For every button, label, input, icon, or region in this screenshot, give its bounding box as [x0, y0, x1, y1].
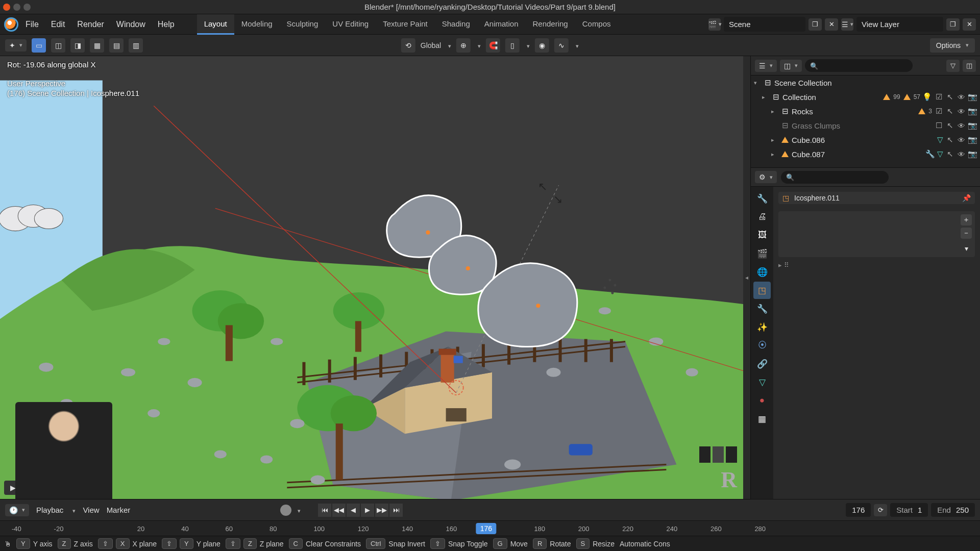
outliner-row-cube086[interactable]: ▸ Cube.086 ▽ ↖👁📷: [751, 133, 980, 147]
menu-help[interactable]: Help: [153, 17, 180, 32]
tab-view-layer[interactable]: 🖼: [753, 227, 771, 244]
tab-animation[interactable]: Animation: [477, 14, 526, 35]
tab-physics[interactable]: ⦿: [753, 337, 771, 354]
jump-to-start-button[interactable]: ⏮: [318, 504, 331, 517]
tab-rendering[interactable]: Rendering: [525, 14, 575, 35]
start-frame-input[interactable]: Start 1: [890, 503, 928, 517]
jump-next-keyframe-button[interactable]: ▶▶: [375, 504, 388, 517]
pivot-point-button[interactable]: ⊕: [456, 38, 471, 53]
restrict-icons[interactable]: ↖👁📷: [945, 135, 977, 144]
play-button[interactable]: ▶: [361, 504, 374, 517]
tab-material[interactable]: ●: [753, 392, 771, 409]
scene-new-button[interactable]: ❐: [808, 18, 822, 31]
expand-custom-prop-button[interactable]: ▾: [961, 243, 972, 254]
outliner-display-mode[interactable]: ☰: [755, 60, 777, 72]
properties-search-input[interactable]: [781, 171, 889, 184]
menu-file[interactable]: File: [20, 17, 44, 32]
proportional-falloff-button[interactable]: ∿: [554, 38, 569, 53]
tool-options-dropdown[interactable]: Options: [930, 38, 975, 53]
view-layer-delete-button[interactable]: ✕: [963, 18, 976, 31]
pivot-chevron-icon[interactable]: [476, 41, 481, 49]
outliner-filter-button[interactable]: ▽: [946, 60, 960, 72]
tab-world[interactable]: 🌐: [753, 263, 771, 281]
outliner-row-grass-clumps[interactable]: ⊟ Grass Clumps ☐↖👁📷: [751, 118, 980, 133]
menu-render[interactable]: Render: [72, 17, 109, 32]
tab-sculpting[interactable]: Sculpting: [280, 14, 326, 35]
remove-custom-prop-button[interactable]: －: [961, 228, 972, 239]
outliner-new-collection-button[interactable]: ◫: [963, 60, 976, 72]
select-box-tool[interactable]: ▭: [32, 38, 46, 53]
marker-menu[interactable]: Marker: [107, 506, 131, 514]
menu-edit[interactable]: Edit: [46, 17, 70, 32]
outliner-search-input[interactable]: [805, 59, 913, 72]
maximize-window-icon[interactable]: [23, 4, 31, 11]
restrict-icons[interactable]: ☑↖👁📷: [934, 107, 977, 116]
restrict-icons[interactable]: ☑↖👁📷: [934, 92, 977, 102]
tab-modeling[interactable]: Modeling: [234, 14, 280, 35]
close-window-icon[interactable]: [3, 4, 10, 11]
select-tool-3[interactable]: ▦: [90, 38, 104, 53]
current-frame-input[interactable]: 176: [846, 503, 871, 517]
snap-chevron-icon[interactable]: [525, 41, 530, 49]
tab-shading[interactable]: Shading: [435, 14, 477, 35]
tab-output[interactable]: 🖨: [753, 208, 771, 226]
view-layer-list-icon[interactable]: ☰: [841, 18, 853, 31]
menu-window[interactable]: Window: [111, 17, 151, 32]
tab-scene[interactable]: 🎬: [753, 245, 771, 262]
tab-layout[interactable]: Layout: [197, 14, 234, 35]
tab-compositing[interactable]: Compos: [575, 14, 618, 35]
viewport[interactable]: Rot: -19.06 along global X User Perspect…: [0, 56, 743, 499]
frame-range-lock-icon[interactable]: ⟳: [874, 504, 887, 516]
scene-delete-button[interactable]: ✕: [825, 18, 838, 31]
tab-texture[interactable]: ▦: [753, 410, 771, 428]
restrict-icons[interactable]: ☐↖👁📷: [934, 121, 977, 130]
object-interaction-mode[interactable]: ✦: [5, 39, 27, 52]
end-frame-input[interactable]: End 250: [931, 503, 975, 517]
tab-particles[interactable]: ✨: [753, 318, 771, 336]
collapse-handle[interactable]: ◂: [743, 56, 750, 499]
tab-uv-editing[interactable]: UV Editing: [325, 14, 376, 35]
tab-data[interactable]: ▽: [753, 373, 771, 391]
orientation-label[interactable]: Global: [421, 41, 441, 49]
tab-texture-paint[interactable]: Texture Paint: [376, 14, 435, 35]
outliner-row-collection[interactable]: ▸ ⊟ Collection 99 57 💡 ☑↖👁📷: [751, 90, 980, 104]
select-tool-2[interactable]: ◨: [70, 38, 85, 53]
panel-disclosure[interactable]: ▸ ⠿: [778, 261, 975, 269]
keying-dropdown[interactable]: [70, 506, 76, 514]
outliner-view-mode[interactable]: ◫: [780, 60, 802, 72]
timeline-ruler[interactable]: -40 -20 20 40 60 80 100 120 140 160 180 …: [0, 520, 980, 536]
timeline-editor-type[interactable]: 🕐: [5, 504, 29, 516]
outliner-row-scene-collection[interactable]: ▾ ⊟ Scene Collection: [751, 76, 980, 90]
restrict-icons[interactable]: ↖👁📷: [945, 149, 977, 159]
select-tool-5[interactable]: ▥: [129, 38, 143, 53]
scene-list-icon[interactable]: 🎬: [708, 18, 721, 31]
auto-keying-toggle[interactable]: [280, 505, 291, 516]
outliner-row-cube087[interactable]: ▸ Cube.087 🔧 ▽ ↖👁📷: [751, 147, 980, 161]
view-menu[interactable]: View: [83, 506, 99, 514]
snap-toggle-button[interactable]: 🧲: [486, 38, 500, 53]
select-tool-1[interactable]: ◫: [51, 38, 65, 53]
play-reverse-button[interactable]: ◀: [347, 504, 360, 517]
tab-modifiers[interactable]: 🔧: [753, 300, 771, 317]
select-tool-4[interactable]: ▤: [109, 38, 124, 53]
scene-name-input[interactable]: [724, 17, 805, 32]
view-layer-new-button[interactable]: ❐: [946, 18, 960, 31]
pin-icon[interactable]: 📌: [962, 194, 971, 202]
proportional-edit-button[interactable]: ◉: [535, 38, 549, 53]
blender-logo-icon[interactable]: [4, 17, 18, 32]
jump-prev-keyframe-button[interactable]: ◀◀: [332, 504, 346, 517]
orientation-chevron-icon[interactable]: [446, 41, 451, 49]
orientation-icon[interactable]: ⟲: [401, 38, 415, 53]
proportional-chevron-icon[interactable]: [574, 41, 579, 49]
jump-to-end-button[interactable]: ⏭: [389, 504, 403, 517]
outliner-tree[interactable]: ▾ ⊟ Scene Collection ▸ ⊟ Collection 99 5…: [751, 76, 980, 167]
add-custom-prop-button[interactable]: ＋: [961, 214, 972, 226]
outliner-row-rocks[interactable]: ▸ ⊟ Rocks 3 ☑↖👁📷: [751, 104, 980, 118]
active-object-row[interactable]: ◳ Icosphere.011 📌: [778, 192, 975, 204]
snap-element-button[interactable]: ▯: [505, 38, 520, 53]
view-layer-input[interactable]: [856, 17, 943, 32]
minimize-window-icon[interactable]: [13, 4, 20, 11]
playback-menu[interactable]: Playbac: [36, 506, 63, 514]
tab-object[interactable]: ◳: [753, 282, 771, 299]
keying-set-dropdown[interactable]: [296, 506, 301, 514]
